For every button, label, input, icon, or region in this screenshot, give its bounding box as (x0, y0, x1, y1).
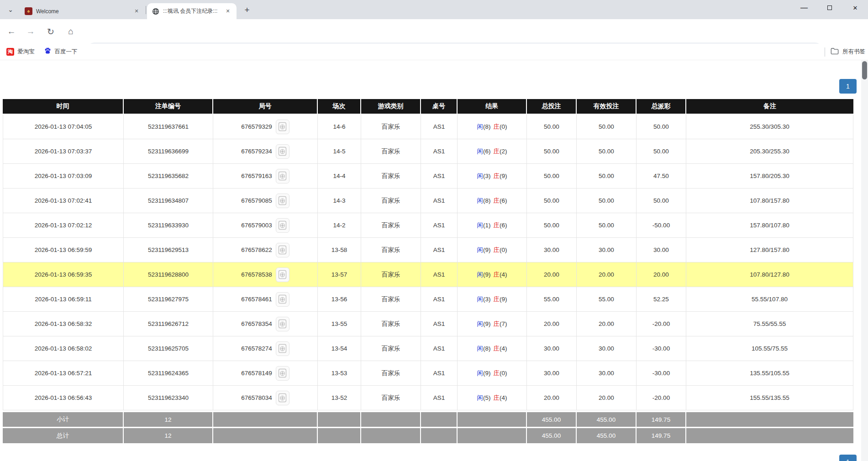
video-replay-button[interactable] (276, 267, 289, 282)
tab-bet-records[interactable]: :::视讯 会员下注纪录::: ✕ (147, 3, 237, 19)
cell-round: 676579163 (213, 164, 318, 189)
cell-game: 百家乐 (361, 139, 421, 164)
banker-score: (9) (500, 296, 507, 303)
cell-total-bet[interactable]: 30.00 (527, 336, 577, 361)
maximize-button[interactable] (817, 0, 842, 16)
banker-label: 庄 (494, 123, 500, 130)
video-replay-button[interactable] (276, 317, 289, 331)
summary-empty (213, 410, 318, 427)
spade-crown-favicon-icon: ♠ (25, 7, 32, 15)
cell-total-bet[interactable]: 30.00 (527, 238, 577, 262)
player-score: (8) (483, 123, 491, 130)
back-button[interactable]: ← (5, 25, 18, 38)
pagination-page-1-button[interactable]: 1 (839, 79, 857, 94)
baidu-paw-icon (44, 47, 52, 57)
cell-payout: -30.00 (637, 361, 686, 386)
window-close-button[interactable]: ✕ (842, 0, 868, 16)
cell-time: 2026-01-13 07:03:09 (3, 164, 124, 189)
cell-time: 2026-01-13 06:57:21 (3, 361, 124, 386)
cell-payout: 52.25 (637, 287, 686, 312)
all-bookmarks-button[interactable]: 所有书签 (831, 47, 868, 57)
tab-search-button[interactable]: ⌄ (5, 4, 16, 16)
video-replay-button[interactable] (276, 341, 289, 356)
cell-time: 2026-01-13 06:58:02 (3, 336, 124, 361)
tab-welcome[interactable]: ♠ Welcome ✕ (20, 3, 145, 19)
cell-total-bet[interactable]: 20.00 (527, 386, 577, 410)
cell-total-bet[interactable]: 55.00 (527, 287, 577, 312)
cell-total-bet[interactable]: 50.00 (527, 164, 577, 189)
cell-valid-bet: 50.00 (577, 164, 637, 189)
pagination-bottom-button[interactable]: 1 (839, 455, 857, 461)
bookmark-taobao[interactable]: 淘 爱淘宝 (2, 46, 39, 58)
round-number: 676578461 (241, 295, 272, 302)
video-replay-button[interactable] (276, 391, 289, 405)
video-replay-button[interactable] (276, 169, 289, 183)
cell-session: 14-6 (318, 115, 361, 139)
cell-bet-id: 523119624365 (124, 361, 213, 386)
tab-close-icon[interactable]: ✕ (132, 7, 141, 16)
player-score: (9) (483, 320, 491, 327)
cell-round: 676578034 (213, 386, 318, 410)
cell-note: 55.55/107.80 (686, 287, 853, 312)
cell-total-bet[interactable]: 30.00 (527, 361, 577, 386)
home-button[interactable]: ⌂ (64, 25, 78, 38)
cell-payout: -30.00 (637, 336, 686, 361)
player-score: (1) (483, 222, 491, 229)
scrollbar-thumb[interactable] (862, 61, 867, 79)
cell-result: 闲(3)庄(9) (458, 164, 527, 189)
video-replay-button[interactable] (276, 120, 289, 134)
video-replay-button[interactable] (276, 366, 289, 381)
bookmark-label: 爱淘宝 (17, 48, 35, 56)
cell-total-bet[interactable]: 50.00 (527, 139, 577, 164)
video-replay-button[interactable] (276, 218, 289, 233)
tab-close-icon[interactable]: ✕ (224, 7, 232, 16)
video-replay-button[interactable] (276, 144, 289, 159)
player-label: 闲 (477, 370, 484, 377)
round-number: 676579329 (241, 123, 272, 130)
cell-total-bet[interactable]: 20.00 (527, 262, 577, 287)
banker-score: (2) (500, 148, 507, 155)
reload-button[interactable]: ↻ (44, 25, 58, 38)
banker-label: 庄 (494, 222, 500, 229)
cell-table-no: AS1 (421, 164, 458, 189)
cell-valid-bet: 30.00 (577, 361, 637, 386)
cell-valid-bet: 30.00 (577, 336, 637, 361)
cell-valid-bet: 50.00 (577, 115, 637, 139)
banker-label: 庄 (494, 394, 500, 401)
cell-bet-id: 523119628800 (124, 262, 213, 287)
cell-total-bet[interactable]: 50.00 (527, 189, 577, 213)
cell-result: 闲(3)庄(9) (458, 287, 527, 312)
cell-table-no: AS1 (421, 336, 458, 361)
table-row: 2026-01-13 06:56:43 523119623340 6765780… (3, 386, 853, 410)
player-label: 闲 (477, 394, 484, 401)
cell-session: 13-56 (318, 287, 361, 312)
col-valid: 有效投注 (577, 99, 637, 115)
banker-score: (9) (500, 173, 507, 179)
video-replay-button[interactable] (276, 292, 289, 307)
browser-window: ⌄ ♠ Welcome ✕ :::视讯 会员下注纪录::: ✕ + — ✕ (0, 0, 868, 461)
cell-total-bet[interactable]: 20.00 (527, 312, 577, 336)
col-round: 局号 (213, 99, 318, 115)
table-row: 2026-01-13 07:04:05 523119637661 6765793… (3, 115, 853, 139)
forward-button[interactable]: → (24, 25, 37, 38)
cell-total-bet[interactable]: 50.00 (527, 115, 577, 139)
col-bet: 总投注 (527, 99, 577, 115)
col-time: 时间 (3, 99, 124, 115)
video-replay-button[interactable] (276, 194, 289, 208)
player-score: (3) (483, 296, 491, 303)
bookmark-baidu[interactable]: 百度一下 (39, 46, 82, 58)
table-row: 2026-01-13 06:58:02 523119625705 6765782… (3, 336, 853, 361)
round-number: 676579085 (241, 197, 272, 204)
cell-total-bet[interactable]: 50.00 (527, 213, 577, 238)
round-number: 676578538 (241, 271, 272, 278)
new-tab-button[interactable]: + (241, 4, 253, 16)
banker-score: (0) (500, 370, 507, 377)
round-number: 676578622 (241, 246, 272, 253)
cell-round: 676578354 (213, 312, 318, 336)
page-scrollbar[interactable] (861, 60, 868, 461)
banker-score: (4) (500, 345, 507, 352)
summary-label: 小计 (3, 410, 124, 427)
cell-round: 676578149 (213, 361, 318, 386)
video-replay-button[interactable] (276, 243, 289, 257)
minimize-button[interactable]: — (791, 0, 817, 16)
